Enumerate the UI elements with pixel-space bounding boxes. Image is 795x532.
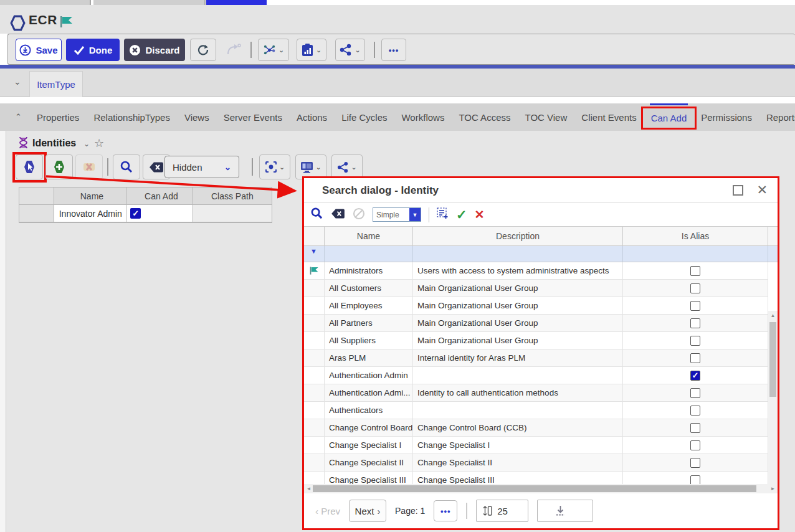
description-cell[interactable]	[413, 367, 623, 384]
horizontal-scrollbar[interactable]: ◄ ►	[304, 484, 778, 493]
description-cell[interactable]: Main Organizational User Group	[413, 280, 623, 297]
row-select-cell[interactable]	[304, 454, 325, 471]
close-icon[interactable]: ✕	[756, 183, 768, 197]
tab-properties[interactable]: Properties	[36, 103, 80, 131]
table-row[interactable]: Authenticators	[304, 402, 768, 419]
is-alias-cell[interactable]	[623, 349, 768, 366]
is-alias-cell[interactable]	[623, 332, 768, 349]
table-row[interactable]: All Partners Main Organizational User Gr…	[304, 315, 768, 332]
is-alias-checkbox[interactable]	[690, 388, 700, 398]
is-alias-cell[interactable]	[623, 367, 768, 384]
filter-cell-is-alias[interactable]	[623, 246, 768, 262]
name-cell[interactable]: All Employees	[325, 297, 413, 314]
name-cell[interactable]: Change Specialist II	[325, 454, 413, 471]
favorite-star-icon[interactable]: ☆	[94, 136, 104, 150]
filter-cell-name[interactable]	[325, 246, 413, 262]
row-select-cell[interactable]	[304, 262, 325, 279]
select-identity-button[interactable]	[16, 154, 43, 179]
collapse-chevron-icon[interactable]: ⌄	[14, 77, 21, 87]
tab-toc-view[interactable]: TOC View	[523, 103, 568, 131]
column-header-description[interactable]: Description	[413, 227, 623, 245]
tab-views[interactable]: Views	[183, 103, 211, 131]
is-alias-cell[interactable]	[623, 402, 768, 419]
done-button[interactable]: Done	[66, 39, 120, 61]
can-add-cell[interactable]	[126, 205, 193, 222]
name-cell[interactable]: Authentication Admin	[325, 367, 413, 384]
page-size-control[interactable]: 25	[476, 500, 528, 522]
tab-relationshiptypes[interactable]: RelationshipTypes	[92, 103, 171, 131]
description-cell[interactable]: Main Organizational User Group	[413, 332, 623, 349]
description-cell[interactable]	[413, 402, 623, 419]
create-identity-button[interactable]	[45, 154, 73, 179]
grid-filter-row[interactable]: ▼	[304, 246, 778, 262]
cancel-icon[interactable]: ✕	[475, 207, 485, 222]
chevron-down-icon[interactable]: ⌄	[83, 140, 90, 148]
maximize-icon[interactable]	[733, 185, 743, 196]
row-select-cell[interactable]	[304, 367, 325, 384]
is-alias-cell[interactable]	[623, 315, 768, 331]
name-cell[interactable]: Authenticators	[325, 402, 413, 419]
tab-toc-access[interactable]: TOC Access	[457, 103, 512, 131]
itemtype-tab[interactable]: ItemType	[29, 71, 83, 97]
can-add-checkbox[interactable]	[130, 208, 141, 219]
is-alias-checkbox[interactable]	[690, 406, 700, 416]
name-cell[interactable]: All Suppliers	[325, 332, 413, 349]
clear-search-icon[interactable]	[331, 209, 345, 221]
more-actions-button[interactable]: •••	[381, 39, 406, 61]
name-cell[interactable]: All Customers	[325, 280, 413, 297]
column-header-is-alias[interactable]: Is Alias	[623, 227, 768, 245]
table-row[interactable]: Change Specialist II Change Specialist I…	[304, 454, 768, 472]
more-pages-button[interactable]: •••	[434, 500, 457, 521]
discard-button[interactable]: Discard	[124, 39, 185, 61]
description-cell[interactable]: Change Control Board (CCB)	[413, 419, 623, 436]
name-cell[interactable]: Change Control Board	[325, 419, 413, 436]
run-search-icon[interactable]	[310, 207, 323, 222]
browser-tab-strip-segment[interactable]	[0, 0, 91, 5]
tab-life-cycles[interactable]: Life Cycles	[340, 103, 388, 131]
is-alias-checkbox[interactable]	[690, 458, 700, 468]
name-cell[interactable]: Innovator Admin	[54, 205, 126, 222]
filter-cell-description[interactable]	[413, 246, 623, 262]
grid-row-innovator-admin[interactable]: Innovator Admin	[19, 205, 272, 222]
row-select-cell[interactable]	[304, 437, 325, 454]
row-select-cell[interactable]	[304, 315, 325, 331]
description-cell[interactable]: Change Specialist II	[413, 454, 623, 471]
tab-can-add[interactable]: Can Add	[650, 103, 688, 131]
table-row[interactable]: All Employees Main Organizational User G…	[304, 297, 768, 315]
tab-actions[interactable]: Actions	[295, 103, 328, 131]
search-mode-select[interactable]: Simple ▼	[373, 207, 421, 222]
column-header-handle[interactable]	[19, 188, 54, 205]
share-button[interactable]: ⌄	[335, 39, 365, 61]
browser-tab-strip-active-segment[interactable]	[206, 0, 267, 5]
table-row[interactable]: All Customers Main Organizational User G…	[304, 280, 768, 297]
is-alias-checkbox[interactable]	[690, 353, 700, 363]
flag-icon[interactable]	[60, 16, 74, 30]
table-row[interactable]: Authentication Admi... Identity to call …	[304, 384, 768, 402]
description-cell[interactable]: Identity to call authentication methods	[413, 384, 623, 401]
is-alias-cell[interactable]	[623, 280, 768, 297]
tab-server-events[interactable]: Server Events	[222, 103, 283, 131]
saved-search-select[interactable]: Hidden ⌄	[164, 156, 239, 178]
row-handle-cell[interactable]	[19, 205, 54, 222]
tab-workflows[interactable]: Workflows	[400, 103, 445, 131]
is-alias-cell[interactable]	[623, 297, 768, 314]
export-button[interactable]	[537, 500, 593, 522]
name-cell[interactable]: Change Specialist I	[325, 437, 413, 454]
column-header-select[interactable]	[304, 227, 325, 245]
vertical-scrollbar[interactable]: ▲ ▼	[768, 311, 778, 493]
is-alias-checkbox[interactable]	[690, 301, 700, 311]
description-cell[interactable]: Change Specialist I	[413, 437, 623, 454]
tab-client-events[interactable]: Client Events	[580, 103, 637, 131]
tab-reports[interactable]: Reports	[765, 103, 795, 131]
refresh-button[interactable]	[190, 39, 216, 61]
save-button[interactable]: Save	[16, 39, 62, 61]
focus-mode-button[interactable]: ⌄	[259, 154, 290, 179]
row-select-cell[interactable]	[304, 402, 325, 419]
description-cell[interactable]: Users with access to system administrati…	[413, 262, 623, 279]
is-alias-checkbox[interactable]	[690, 423, 700, 433]
is-alias-checkbox[interactable]	[690, 266, 700, 276]
description-cell[interactable]: Internal identity for Aras PLM	[413, 349, 623, 366]
class-path-cell[interactable]	[193, 205, 272, 222]
name-cell[interactable]: Authentication Admi...	[325, 384, 413, 401]
search-button[interactable]	[113, 154, 140, 179]
